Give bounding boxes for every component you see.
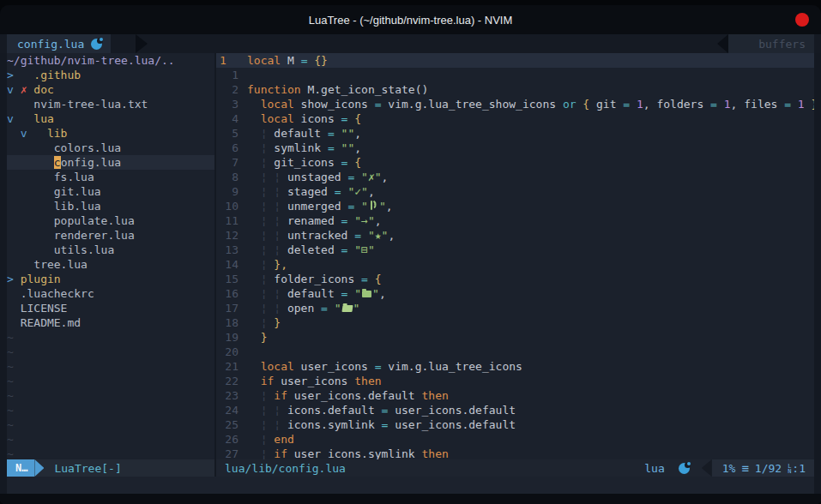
code-pane[interactable]: 1local M = {}12function M.get_icon_state… [216,53,814,459]
code-line[interactable]: 17 ¦ ¦ open = "" [216,301,814,315]
token: , [375,214,382,227]
code-line[interactable]: 24 ¦ ¦ icons.default = user_icons.defaul… [216,403,814,417]
code-line[interactable]: 10 ¦ ¦ unmerged = "", [216,199,814,213]
code-line[interactable]: 18 ¦ } [216,315,814,330]
code-line[interactable]: 15 ¦ folder_icons = { [216,272,814,286]
code-line[interactable]: 20 [216,345,814,359]
titlebar: LuaTree - (~/github/nvim-tree.lua) - NVI… [0,5,821,34]
token: ¦ [274,214,281,227]
code-line[interactable]: 6 ¦ symlink = "", [216,141,814,155]
tree-item[interactable]: > plugin [7,272,214,286]
code-line[interactable]: 1local M = {} [216,53,814,68]
token: end [274,433,293,446]
tree-item[interactable]: populate.lua [7,213,214,228]
powerline-arrow-icon [702,459,712,477]
buffers-segment[interactable]: buffers [728,34,814,53]
code-line[interactable]: 27 ¦ if user_icons.symlink then [216,447,814,459]
token: = [335,185,341,198]
tree-item[interactable]: LICENSE [7,301,214,315]
nvim-window: LuaTree - (~/github/nvim-tree.lua) - NVI… [0,5,821,504]
tree-item[interactable]: fs.lua [7,170,214,184]
tree-item[interactable]: git.lua [7,184,214,199]
token: then [422,389,449,402]
tree-item[interactable]: v lua [7,111,214,126]
line-number: 16 [216,286,247,301]
tree-item[interactable]: colors.lua [7,141,214,155]
code-text: ¦ default = "", [247,126,361,141]
tree-item[interactable]: utils.lua [7,243,214,257]
code-line[interactable]: 3 local show_icons = vim.g.lua_tree_show… [216,97,814,111]
code-line[interactable]: 12 ¦ ¦ untracked = "★", [216,228,814,243]
tree-item[interactable]: tree.lua [7,257,214,272]
tree-item[interactable]: > .github [7,68,214,82]
tree-item[interactable]: nvim-tree-lua.txt [7,97,214,111]
token: , [382,171,389,183]
tree-item[interactable]: v lib [7,126,214,141]
token: open [281,302,321,315]
code-line[interactable]: 13 ¦ ¦ deleted = "⊟" [216,243,814,257]
token: user_icons.symlink [287,447,422,459]
code-line[interactable]: 14 ¦ }, [216,257,814,272]
tree-item[interactable]: v ✗ doc [7,82,214,97]
code-line[interactable]: 9 ¦ ¦ staged = "✓", [216,184,814,199]
tree-item[interactable]: lib.lua [7,199,214,213]
code-line[interactable]: 21 local user_icons = vim.g.lua_tree_ico… [216,359,814,374]
token: icons.symlink [281,418,381,431]
code-line[interactable]: 22 if user_icons then [216,374,814,388]
tree-item[interactable]: renderer.lua [7,228,214,243]
token: ~ [7,345,14,358]
token: ~ [7,331,14,344]
token: " [361,200,368,213]
token [14,273,21,285]
tilde-line: ~ [7,432,214,447]
tree-item[interactable]: README.md [7,315,214,330]
token [247,331,261,344]
line-number: 26 [216,432,247,447]
file-tree-pane[interactable]: ~/github/nvim-tree.lua/..> .githubv ✗ do… [7,53,214,459]
token [7,156,54,169]
token [247,273,261,285]
code-line[interactable]: 11 ¦ ¦ renamed = "→", [216,213,814,228]
code-text: ¦ if user_icons.symlink then [247,447,449,459]
code-text: if user_icons then [247,374,382,388]
code-line[interactable]: 8 ¦ ¦ unstaged = "✗", [216,170,814,184]
tab-config-lua[interactable]: config.lua [7,34,111,53]
token [7,98,33,111]
token: lib [47,127,67,140]
token: ~ [7,389,14,402]
token [247,156,261,169]
token: default [267,127,327,140]
code-line[interactable]: 5 ¦ default = "", [216,126,814,141]
token: { [354,156,361,169]
code-line[interactable]: 2function M.get_icon_state() [216,82,814,97]
close-button[interactable] [795,13,809,27]
code-line[interactable]: 7 ¦ git_icons = { [216,155,814,170]
token: git [589,98,623,111]
code-line[interactable]: 19 } [216,330,814,345]
statusline-tree: N… LuaTree[-] [7,459,214,477]
token: ¦ [274,229,281,242]
code-line[interactable]: 16 ¦ ¦ default = "", [216,286,814,301]
tree-item[interactable]: .luacheckrc [7,286,214,301]
code-line[interactable]: 1 [216,68,814,82]
token [247,112,261,125]
token: M.get_icon_state() [301,83,429,96]
token [7,141,54,154]
code-line[interactable]: 23 ¦ if user_icons.default then [216,388,814,403]
code-line[interactable]: 4 local icons = { [216,111,814,126]
tree-item[interactable]: config.lua [7,155,214,170]
tree-item[interactable]: ~/github/nvim-tree.lua/.. [7,53,214,68]
code-text: ¦ ¦ renamed = "→", [247,213,382,228]
token [247,433,261,446]
token: colors.lua [54,141,121,154]
token: 1 [724,98,731,111]
line-number: 9 [216,184,247,199]
token: "★" [368,229,388,242]
tilde-line: ~ [7,388,214,403]
code-line[interactable]: 25 ¦ ¦ icons.symlink = user_icons.defaul… [216,417,814,432]
command-line[interactable] [7,477,814,494]
token: 1 [637,98,643,111]
code-line[interactable]: 26 ¦ end [216,432,814,447]
code-text: ¦ symlink = "", [247,141,361,155]
token: or [563,98,577,111]
